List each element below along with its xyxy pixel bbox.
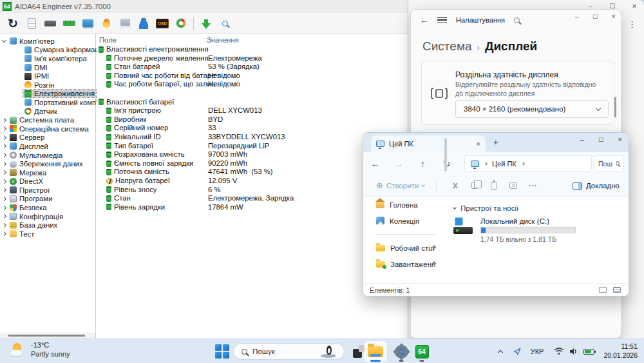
tree-chevron-icon[interactable] <box>2 231 6 236</box>
table-row[interactable]: Унікальний ID33BYDDELL XYCW013 <box>97 133 408 142</box>
tree-item[interactable]: Збереження даних <box>0 159 95 168</box>
tree-item-body[interactable]: Тест <box>8 230 35 238</box>
sidebar-item-завантаженн[interactable]: Завантаженн <box>363 256 446 272</box>
table-row[interactable]: ВиробникBYD <box>97 115 408 124</box>
list-view-icon[interactable] <box>599 287 607 293</box>
tree-item[interactable]: Системна плата <box>0 115 95 124</box>
tree-chevron-icon[interactable] <box>2 162 6 166</box>
aida64-taskbar-button[interactable]: 64 <box>411 342 433 361</box>
wifi-icon[interactable] <box>554 348 564 355</box>
tree-chevron-icon[interactable] <box>2 153 6 157</box>
tree-chevron-icon[interactable] <box>2 206 6 210</box>
tree-item[interactable]: Програми <box>0 195 95 204</box>
chevron-right-icon[interactable] <box>521 162 525 166</box>
explorer-search-box[interactable]: Пош <box>594 155 624 172</box>
table-row[interactable]: Серійний номер33 <box>97 124 408 133</box>
table-row[interactable]: Поточне джерело живленняЕлектромережа <box>97 54 408 63</box>
tree-item-body[interactable]: Програми <box>8 195 53 202</box>
explorer-minimize-button[interactable]: – <box>580 135 584 143</box>
settings-search-icon[interactable] <box>514 17 520 23</box>
details-view-button[interactable]: Докладно <box>573 175 620 197</box>
tree-chevron-icon[interactable] <box>2 144 6 148</box>
aida64-titlebar[interactable]: 64 AIDA64 Engineer v7.35.7000 <box>0 0 408 13</box>
address-location[interactable]: Цей ПК <box>492 160 516 168</box>
tree-item[interactable]: Тест <box>0 230 95 239</box>
tree-chevron-icon[interactable] <box>2 135 6 140</box>
tree-item[interactable]: Електроживлення <box>0 90 95 99</box>
tree-item-body[interactable]: Системна плата <box>8 116 75 124</box>
table-row[interactable]: Час роботи батареї, що залиши...Невідомо <box>97 80 408 89</box>
tree-item-body[interactable]: Розгін <box>23 81 55 89</box>
tree-item[interactable]: Сервер <box>0 133 95 142</box>
hidden-icons-chevron[interactable] <box>497 349 502 355</box>
scrollbar-thumb[interactable] <box>8 335 85 337</box>
motherboard-icon[interactable] <box>44 17 57 30</box>
cut-icon[interactable] <box>446 182 465 190</box>
tree-item[interactable]: База даних <box>0 221 95 230</box>
explorer-tab[interactable]: Цей ПК × <box>371 135 486 152</box>
table-row[interactable]: Рівень зносу6 % <box>97 186 408 195</box>
drive-item[interactable]: Локальний диск (C:) 1,74 ТБ вільно з 1,8… <box>453 217 629 243</box>
tree-item[interactable]: Операційна система <box>0 124 95 133</box>
tree-item-body[interactable]: DirectX <box>8 177 44 185</box>
taskbar-search[interactable]: Пошук <box>233 343 345 360</box>
battery-charging-icon[interactable] <box>583 349 594 355</box>
tree-item[interactable]: Конфігурація <box>0 212 95 221</box>
tree-item-body[interactable]: DMI <box>23 64 49 72</box>
chevron-right-icon[interactable] <box>484 162 488 166</box>
file-explorer-taskbar-button[interactable] <box>365 342 386 361</box>
osd-icon[interactable]: OSD <box>156 17 169 30</box>
tree-chevron-icon[interactable] <box>2 179 6 184</box>
settings-close-button[interactable]: × <box>612 12 616 20</box>
bgwin-close-button[interactable]: × <box>629 1 640 11</box>
sidebar-item-головна[interactable]: Головна <box>363 197 446 213</box>
tree-item[interactable]: Дисплей <box>0 142 95 151</box>
table-row[interactable]: Рівень зарядки17864 mW <box>97 203 408 212</box>
settings-maximize-button[interactable]: □ <box>593 12 598 20</box>
tree-item-body[interactable]: IPMI <box>23 72 50 80</box>
report-icon[interactable] <box>25 17 38 30</box>
back-icon[interactable]: ← <box>420 15 428 25</box>
tree-item-body[interactable]: Ім'я комп'ютера <box>23 55 88 63</box>
explorer-close-button[interactable]: × <box>618 135 622 143</box>
sidebar-scrollbar-thumb[interactable] <box>444 138 447 172</box>
gauge-icon[interactable] <box>175 17 187 30</box>
paste-icon[interactable] <box>484 182 504 190</box>
tree-item-body[interactable]: Мережа <box>8 169 48 177</box>
location-icon[interactable] <box>513 347 522 356</box>
group-header-devices[interactable]: Пристрої та носії <box>453 204 629 212</box>
tree-item[interactable]: Мережа <box>0 168 95 177</box>
tree-item[interactable]: Датчик <box>0 107 95 116</box>
table-row[interactable]: Розрахована ємність97003 mWh <box>97 150 408 159</box>
nav-back-icon[interactable]: ← <box>363 159 387 169</box>
table-group-header[interactable]: Властивості батареї <box>97 98 408 107</box>
tree-item[interactable]: Сумарна інформація <box>0 46 95 55</box>
tree-item-body[interactable]: База даних <box>8 221 59 229</box>
tree-item-body[interactable]: Конфігурація <box>8 213 64 221</box>
table-row[interactable]: Ім'я пристроюDELL XYCW013 <box>97 106 408 115</box>
details-view-icon[interactable] <box>613 287 621 293</box>
memory-icon[interactable] <box>62 17 75 30</box>
tree-item-body[interactable]: Датчик <box>23 108 59 115</box>
resolution-dropdown[interactable]: 3840 × 2160 (рекомендовано) <box>455 100 609 118</box>
weather-widget[interactable]: -13°C Partly sunny <box>9 341 70 358</box>
table-row[interactable]: Тип батареїПерезарядний LiP <box>97 142 408 151</box>
tree-item[interactable]: Комп'ютер <box>0 37 95 46</box>
address-bar[interactable]: Цей ПК <box>464 155 592 172</box>
tree-chevron-icon[interactable] <box>2 170 6 175</box>
nav-up-icon[interactable]: ↑ <box>411 159 435 169</box>
speaker-icon[interactable] <box>569 348 578 355</box>
tree-item-body[interactable]: Сервер <box>8 133 46 141</box>
create-button[interactable]: ⊕ Створити <box>363 181 424 190</box>
clock[interactable]: 11:51 20.01.2026 <box>603 342 638 360</box>
table-row[interactable]: Ємність повної зарядки90220 mWh <box>97 159 408 168</box>
tree-item-body[interactable]: Пристрої <box>8 186 51 194</box>
tree-item[interactable]: Пристрої <box>0 186 95 195</box>
more-icon[interactable]: ⋯ <box>523 181 542 190</box>
breadcrumb-parent[interactable]: Система <box>422 39 472 54</box>
tree-item[interactable]: IPMI <box>0 72 95 81</box>
table-row[interactable]: Стан батарей53 % (Зарядка) <box>97 63 408 72</box>
tree-item[interactable]: DirectX <box>0 177 95 186</box>
tree-item[interactable]: Ім'я комп'ютера <box>0 54 95 63</box>
tree-item-body[interactable]: Мультимедіа <box>8 152 64 159</box>
